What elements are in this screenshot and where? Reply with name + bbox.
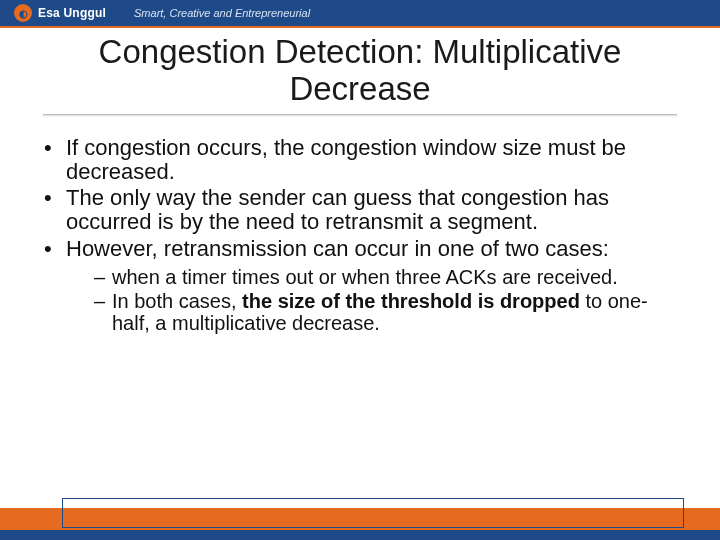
sub-bullet-text: In both cases, the size of the threshold… [112, 290, 648, 334]
brand-tagline: Smart, Creative and Entrepreneurial [134, 7, 310, 19]
logo-icon: ◐ [14, 4, 32, 22]
bullet-text: However, retransmission can occur in one… [66, 236, 609, 261]
slide-body: If congestion occurs, the congestion win… [0, 116, 720, 335]
bullet-item: If congestion occurs, the congestion win… [44, 136, 682, 184]
footer [0, 494, 720, 540]
sub-bullet-item: when a timer times out or when three ACK… [94, 267, 682, 289]
brand-name: Esa Unggul [38, 6, 106, 20]
bullet-item: The only way the sender can guess that c… [44, 186, 682, 234]
brand-logo: ◐ Esa Unggul [14, 4, 106, 22]
footer-frame [62, 498, 684, 528]
header-bar: ◐ Esa Unggul Smart, Creative and Entrepr… [0, 0, 720, 28]
bullet-text: If congestion occurs, the congestion win… [66, 135, 626, 184]
sub-bullet-item: In both cases, the size of the threshold… [94, 291, 682, 334]
sub-bullet-text: when a timer times out or when three ACK… [112, 266, 618, 288]
bullet-text: The only way the sender can guess that c… [66, 185, 609, 234]
slide-title: Congestion Detection: Multiplicative Dec… [0, 34, 720, 108]
footer-accent-blue [0, 530, 720, 540]
bullet-item: However, retransmission can occur in one… [44, 237, 682, 335]
